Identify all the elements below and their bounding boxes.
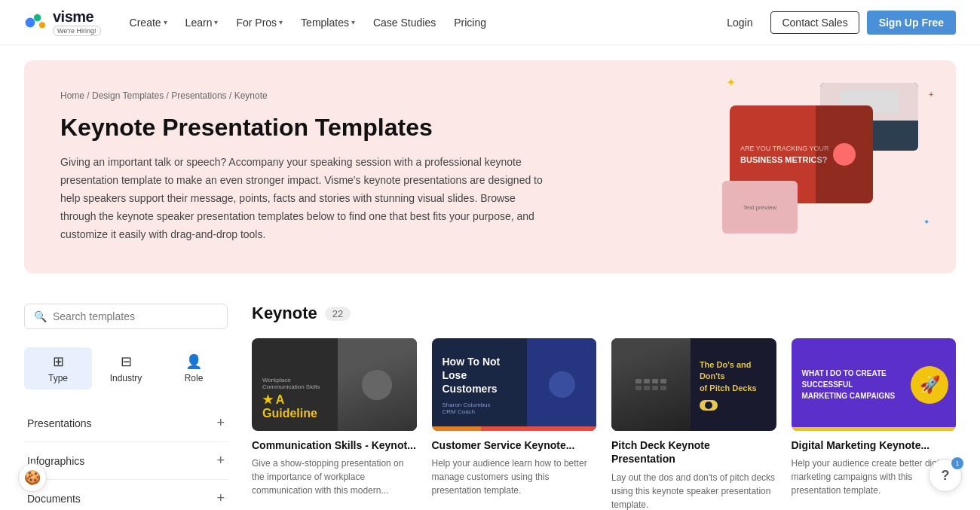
svg-point-2 [39,22,45,28]
nav-right: Login Contact Sales Sign Up Free [716,11,956,35]
search-icon: 🔍 [34,310,47,322]
expand-icon: + [216,453,225,469]
cookie-icon: 🍪 [24,469,41,486]
nav-pricing[interactable]: Pricing [446,12,494,33]
contact-sales-button[interactable]: Contact Sales [770,11,859,34]
main-content: 🔍 ⊞ Type ⊟ Industry 👤 Role Presentations… [0,289,980,510]
template-description: Help your audience learn how to better m… [432,457,597,497]
section-header: Keynote 22 [252,304,956,323]
template-description: Lay out the dos and don'ts of pitch deck… [611,471,776,510]
chevron-down-icon: ▾ [164,18,167,26]
nav-create[interactable]: Create ▾ [122,12,175,33]
hero-image: text ARE YOU TRACKING YOUR BUSINESS METR… [715,68,941,249]
chevron-down-icon: ▾ [279,18,283,26]
breadcrumb-home[interactable]: Home [60,90,84,101]
template-title: Pitch Deck Keynote Presentation [611,438,776,466]
templates-grid: Workplace Communication Skills ★ A Guide… [252,338,956,510]
hiring-badge: We're Hiring! [53,26,101,36]
svg-point-1 [34,14,41,21]
thumbnail-image [527,338,596,431]
thumbnail-image [338,338,417,431]
template-card[interactable]: How To NotLose Customers Sharon Columbus… [432,338,597,510]
template-thumbnail: The Do's and Don'tsof Pitch Decks [611,338,776,431]
signup-button[interactable]: Sign Up Free [867,11,956,35]
template-thumbnail: WHAT I DO TO CREATE SUCCESSFUL MARKETING… [792,338,957,431]
hero-description: Giving an important talk or speech? Acco… [60,154,543,243]
page-title: Keynote Presentation Templates [60,113,543,142]
help-button[interactable]: ? 1 [929,459,962,492]
breadcrumb-keynote: Keynote [234,90,268,101]
hero-banner: Home / Design Templates / Presentations … [24,60,956,273]
filter-tabs: ⊞ Type ⊟ Industry 👤 Role [24,347,228,389]
nav-links: Create ▾ Learn ▾ For Pros ▾ Templates ▾ … [122,12,717,33]
role-icon: 👤 [185,353,202,370]
sidebar-section-documents: Documents + [24,480,228,510]
template-thumbnail: Workplace Communication Skills ★ A Guide… [252,338,417,431]
sidebar-item-infographics[interactable]: Infographics + [24,442,228,479]
hero-content: Home / Design Templates / Presentations … [60,90,543,243]
section-count: 22 [325,307,351,321]
filter-tab-type[interactable]: ⊞ Type [24,347,92,389]
search-box[interactable]: 🔍 [24,304,228,329]
industry-icon: ⊟ [121,353,132,370]
breadcrumb-design-templates[interactable]: Design Templates [92,90,164,101]
template-title: Communication Skills - Keynot... [252,438,417,452]
hero-image-stack: text ARE YOU TRACKING YOUR BUSINESS METR… [722,83,933,234]
help-icon: ? [942,468,950,484]
login-button[interactable]: Login [716,12,763,33]
template-description: Give a show-stopping presentation on the… [252,457,417,497]
type-icon: ⊞ [53,353,64,370]
filter-tab-industry[interactable]: ⊟ Industry [92,347,160,389]
help-badge: 1 [951,457,963,469]
thumbnail-image [611,338,691,431]
template-thumbnail: How To NotLose Customers Sharon Columbus… [432,338,597,431]
nav-for-pros[interactable]: For Pros ▾ [228,12,290,33]
nav-case-studies[interactable]: Case Studies [366,12,443,33]
template-card[interactable]: The Do's and Don'tsof Pitch Decks Pitch … [611,338,776,510]
thumbnail-icon: 🚀 [911,366,948,404]
breadcrumb-presentations[interactable]: Presentations [171,90,226,101]
sidebar: 🔍 ⊞ Type ⊟ Industry 👤 Role Presentations… [24,304,228,510]
expand-icon: + [216,490,225,506]
brand-name: visme [53,8,101,26]
template-title: Digital Marketing Keynote... [792,438,957,452]
sidebar-section-presentations: Presentations + [24,405,228,442]
chevron-down-icon: ▾ [351,18,355,26]
nav-learn[interactable]: Learn ▾ [178,12,226,33]
breadcrumb: Home / Design Templates / Presentations … [60,90,543,101]
template-card[interactable]: Workplace Communication Skills ★ A Guide… [252,338,417,510]
sidebar-item-documents[interactable]: Documents + [24,480,228,510]
section-title: Keynote [252,304,317,323]
filter-tab-role[interactable]: 👤 Role [160,347,228,389]
expand-icon: + [216,415,225,431]
templates-area: Keynote 22 Workplace Communication Skill… [228,304,956,510]
svg-point-0 [26,17,35,27]
sidebar-item-presentations[interactable]: Presentations + [24,405,228,441]
search-input[interactable] [53,310,218,322]
nav-templates[interactable]: Templates ▾ [293,12,363,33]
sidebar-section-infographics: Infographics + [24,442,228,480]
chevron-down-icon: ▾ [214,18,218,26]
logo[interactable]: visme We're Hiring! [24,8,101,36]
cookie-button[interactable]: 🍪 [18,463,47,492]
template-title: Customer Service Keynote... [432,438,597,452]
navbar: visme We're Hiring! Create ▾ Learn ▾ For… [0,0,980,45]
